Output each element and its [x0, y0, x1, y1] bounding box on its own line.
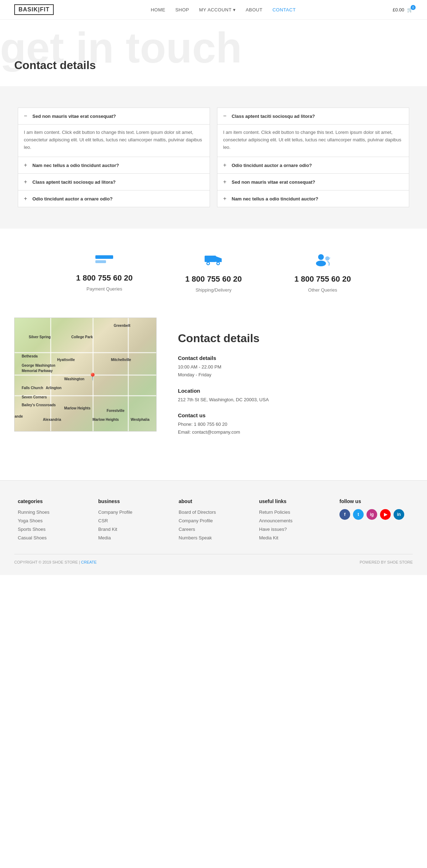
main-nav: HOME SHOP MY ACCOUNT ▾ ABOUT CONTACT	[151, 7, 296, 12]
faq-plus-icon: +	[223, 179, 228, 185]
nav-contact[interactable]: CONTACT	[273, 7, 296, 12]
list-item: Announcements	[259, 518, 329, 523]
faq-section: − Sed non mauris vitae erat consequat? I…	[0, 86, 427, 229]
footer-link[interactable]: Running Shoes	[18, 509, 49, 515]
number-card-other: 1 800 755 60 20 Other Queries	[272, 253, 374, 293]
faq-header[interactable]: + Class aptent taciti sociosqu ad litora…	[18, 174, 210, 190]
phone-value: 1 800 755 60 20	[194, 422, 227, 427]
linkedin-button[interactable]: in	[394, 509, 404, 520]
shipping-icon	[205, 253, 222, 270]
faq-header[interactable]: + Nam nec tellus a odio tincidunt auctor…	[18, 157, 210, 173]
copyright-text: COPYRIGHT © 2019 SHOE STORE | CREATE	[14, 560, 97, 564]
faq-question: Odio tincidunt auctor a ornare odio?	[232, 163, 312, 168]
svg-rect-2	[205, 256, 216, 262]
twitter-button[interactable]: t	[353, 509, 364, 520]
footer-about-title: about	[179, 498, 248, 504]
faq-item: + Nam nec tellus a odio tincidunt auctor…	[18, 157, 210, 174]
footer-link[interactable]: Have issues?	[259, 527, 287, 532]
cart-icon[interactable]: 🛒 0	[407, 7, 413, 12]
email-line: Email: contact@company.com	[178, 428, 406, 436]
hours-section: Contact details 10:00 AM - 22.00 PM Mond…	[178, 355, 406, 379]
hours-title: Contact details	[178, 355, 406, 361]
faq-plus-icon: +	[223, 195, 228, 202]
contact-details-title: Contact details	[178, 332, 406, 345]
footer-link[interactable]: Careers	[179, 527, 195, 532]
faq-plus-icon: +	[24, 162, 29, 168]
footer-link[interactable]: Casual Shoes	[18, 535, 47, 540]
logo[interactable]: BASIK|FIT	[14, 4, 54, 15]
footer-link[interactable]: Yoga Shoes	[18, 518, 43, 523]
faq-question: Class aptent taciti sociosqu ad litora?	[32, 179, 116, 185]
shipping-number: 1 800 755 60 20	[185, 274, 242, 284]
footer-link[interactable]: Sports Shoes	[18, 527, 46, 532]
powered-by: POWERED BY SHOE STORE	[360, 560, 413, 564]
social-icons: f t ig ▶ in	[339, 509, 409, 520]
list-item: CSR	[98, 518, 168, 523]
faq-header[interactable]: + Odio tincidunt auctor a ornare odio?	[217, 157, 409, 173]
facebook-button[interactable]: f	[339, 509, 350, 520]
chevron-down-icon: ▾	[233, 7, 236, 12]
faq-item: + Class aptent taciti sociosqu ad litora…	[18, 174, 210, 190]
nav-shop[interactable]: SHOP	[175, 7, 189, 12]
cart-badge: 0	[411, 5, 416, 10]
faq-header[interactable]: − Sed non mauris vitae erat consequat?	[18, 108, 210, 124]
payment-icon	[95, 253, 113, 268]
footer-link[interactable]: Announcements	[259, 518, 292, 523]
faq-item: − Sed non mauris vitae erat consequat? I…	[18, 108, 210, 157]
faq-question: Class aptent taciti sociosqu ad litora?	[232, 114, 315, 119]
footer-categories: categories Running Shoes Yoga Shoes Spor…	[18, 498, 88, 543]
map-details-section: Silver Spring College Park Greenbelt Bet…	[0, 318, 427, 480]
nav-my-account[interactable]: MY ACCOUNT ▾	[199, 7, 236, 12]
youtube-button[interactable]: ▶	[380, 509, 391, 520]
footer-link[interactable]: Brand Kit	[98, 527, 117, 532]
svg-point-7	[217, 263, 219, 265]
hero-section: get in touch Contact details	[0, 20, 427, 86]
faq-item: − Class aptent taciti sociosqu ad litora…	[217, 108, 409, 157]
footer-about-list: Board of Directors Company Profile Caree…	[179, 509, 248, 540]
number-card-shipping: 1 800 755 60 20 Shipping/Delivery	[163, 253, 265, 293]
map-container[interactable]: Silver Spring College Park Greenbelt Bet…	[14, 318, 157, 432]
location-section: Location 212 7th St SE, Washington, DC 2…	[178, 388, 406, 404]
footer-link[interactable]: Media Kit	[259, 535, 278, 540]
footer-link[interactable]: Company Profile	[179, 518, 213, 523]
footer-link[interactable]: Numbers Speak	[179, 535, 212, 540]
faq-item: + Odio tincidunt auctor a ornare odio?	[217, 157, 409, 174]
contact-details-panel: Contact details Contact details 10:00 AM…	[157, 318, 427, 459]
faq-left-column: − Sed non mauris vitae erat consequat? I…	[18, 108, 210, 207]
nav-home[interactable]: HOME	[151, 7, 165, 12]
list-item: Brand Kit	[98, 526, 168, 532]
list-item: Yoga Shoes	[18, 518, 88, 523]
footer-follow-us-title: follow us	[339, 498, 409, 504]
map-placeholder: Silver Spring College Park Greenbelt Bet…	[15, 318, 156, 431]
number-card-payment: 1 800 755 60 20 Payment Queries	[53, 253, 155, 293]
instagram-button[interactable]: ig	[367, 509, 377, 520]
faq-question: Odio tincidunt auctor a ornare odio?	[32, 196, 112, 202]
hours-days: Monday - Friday	[178, 371, 406, 379]
location-value: 212 7th St SE, Washington, DC 20003, USA	[178, 396, 406, 404]
footer-link[interactable]: Board of Directors	[179, 509, 216, 515]
faq-header[interactable]: − Class aptent taciti sociosqu ad litora…	[217, 108, 409, 124]
faq-header[interactable]: + Nam nec tellus a odio tincidunt auctor…	[217, 190, 409, 207]
nav-about[interactable]: ABOUT	[246, 7, 262, 12]
credit-link[interactable]: CREATE	[81, 560, 97, 564]
faq-question: Sed non mauris vitae erat consequat?	[232, 179, 315, 185]
footer-grid: categories Running Shoes Yoga Shoes Spor…	[18, 498, 409, 543]
faq-right-column: − Class aptent taciti sociosqu ad litora…	[217, 108, 409, 207]
header: BASIK|FIT HOME SHOP MY ACCOUNT ▾ ABOUT C…	[0, 0, 427, 20]
support-icon	[315, 253, 331, 270]
footer-link[interactable]: Media	[98, 535, 111, 540]
cart-price: £0.00	[392, 7, 404, 12]
faq-header[interactable]: + Sed non mauris vitae erat consequat?	[217, 174, 409, 190]
footer-link[interactable]: Return Policies	[259, 509, 290, 515]
hero-title: Contact details	[14, 59, 413, 72]
footer-link[interactable]: Company Profile	[98, 509, 132, 515]
payment-label: Payment Queries	[86, 286, 122, 292]
faq-question: Nam nec tellus a odio tincidunt auctor?	[232, 196, 318, 202]
faq-grid: − Sed non mauris vitae erat consequat? I…	[18, 108, 409, 207]
shipping-label: Shipping/Delivery	[195, 287, 231, 293]
faq-header[interactable]: + Odio tincidunt auctor a ornare odio?	[18, 190, 210, 207]
footer-link[interactable]: CSR	[98, 518, 108, 523]
faq-body: I am item content. Click edit button to …	[18, 124, 210, 157]
list-item: Return Policies	[259, 509, 329, 515]
location-title: Location	[178, 388, 406, 394]
